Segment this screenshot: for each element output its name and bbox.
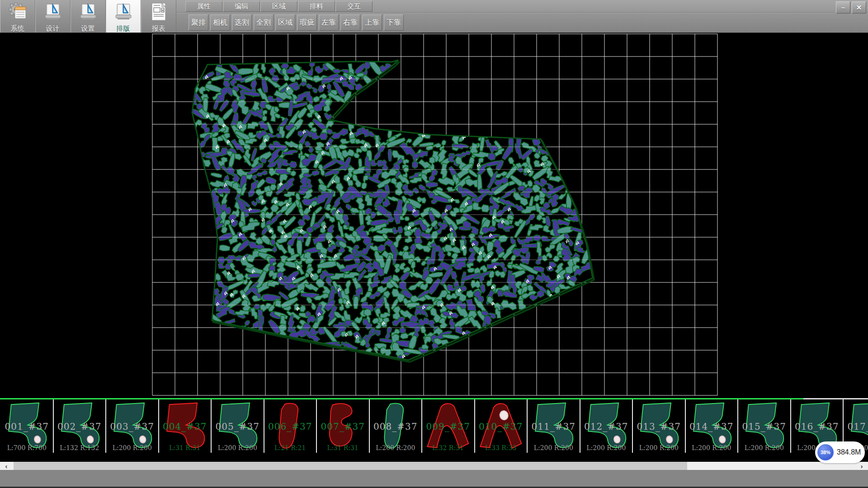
system-gear-icon xyxy=(7,1,28,24)
mode-button-设计[interactable]: 设计 xyxy=(35,0,71,33)
piece-lr-counts: L:200 R:200 xyxy=(686,444,738,451)
scroll-right-button[interactable]: › xyxy=(855,462,868,470)
piece-lr-counts: L:33 R:33 xyxy=(475,444,527,451)
mode-button-系统[interactable]: 系统 xyxy=(0,0,35,33)
thumbnail-001_#37[interactable]: 001_#37 L:700 R:700 xyxy=(1,399,54,453)
thumbnail-015_#37[interactable]: 015_#37 L:200 R:200 xyxy=(738,399,791,453)
piece-id-label: 010_#37 xyxy=(475,421,527,432)
mode-label: 设计 xyxy=(46,24,60,33)
piece-lr-counts: L:200 R:200 xyxy=(580,444,632,451)
piece-lr-counts: L:31 R:31 xyxy=(317,444,369,451)
piece-lr-counts: L:200 R:200 xyxy=(106,444,158,451)
nesting-canvas-svg xyxy=(0,33,868,398)
piece-lr-counts: L:31 R:31 xyxy=(159,444,211,451)
memory-percent-badge: 38% xyxy=(817,444,834,460)
mode-label: 排版 xyxy=(117,24,130,33)
nesting-canvas[interactable] xyxy=(0,33,868,398)
piece-id-label: 017_#37 xyxy=(844,421,868,432)
thumbnail-011_#37[interactable]: 011_#37 L:200 R:200 xyxy=(528,399,580,453)
layout-ruler-icon xyxy=(113,1,134,24)
piece-lr-counts: L:200 R:200 xyxy=(633,444,685,451)
mode-label: 报表 xyxy=(152,24,165,33)
design-ruler-icon xyxy=(42,1,63,24)
mode-button-报表[interactable]: 报表 xyxy=(141,0,176,33)
tool-button-上靠[interactable]: 上靠 xyxy=(362,14,382,31)
piece-id-label: 014_#37 xyxy=(686,421,738,432)
tool-button-row: 聚排相机选割全割区域瑕疵左靠右靠上靠下靠 xyxy=(176,13,868,33)
piece-id-label: 007_#37 xyxy=(317,421,369,432)
nesting-app-window: 系统 设计 设置 排版 xyxy=(0,0,868,488)
piece-id-label: 006_#37 xyxy=(264,421,316,432)
tool-button-左靠[interactable]: 左靠 xyxy=(319,14,339,31)
menu-tab-排料[interactable]: 排料 xyxy=(298,1,335,12)
piece-id-label: 001_#37 xyxy=(1,421,53,432)
report-doc-icon xyxy=(148,1,169,24)
thumbnail-003_#37[interactable]: 003_#37 L:200 R:200 xyxy=(106,399,159,453)
piece-id-label: 002_#37 xyxy=(54,421,106,432)
thumbnail-002_#37[interactable]: 002_#37 L:132 R:132 xyxy=(54,399,107,453)
mode-label: 系统 xyxy=(11,24,24,33)
thumbnail-cells: 001_#37 L:700 R:700 002_#37 L:132 R:132 … xyxy=(1,399,868,453)
piece-id-label: 011_#37 xyxy=(528,421,580,432)
tool-button-相机[interactable]: 相机 xyxy=(210,14,230,31)
thumbnail-013_#37[interactable]: 013_#37 L:200 R:200 xyxy=(633,399,686,453)
piece-lr-counts: L:32 R:31 xyxy=(422,444,474,451)
mode-button-排版[interactable]: 排版 xyxy=(106,0,141,33)
piece-lr-counts: L:200 R:200 xyxy=(370,444,422,451)
piece-lr-counts: L:200 R:200 xyxy=(528,444,580,451)
piece-lr-counts: L:132 R:132 xyxy=(54,444,106,451)
thumbnail-005_#37[interactable]: 005_#37 L:200 R:200 xyxy=(212,399,264,453)
piece-id-label: 009_#37 xyxy=(422,421,474,432)
thumbnail-010_#37[interactable]: 010_#37 L:33 R:33 xyxy=(475,399,528,453)
piece-lr-counts: L:200 R:200 xyxy=(738,444,790,451)
close-button[interactable]: ✕ xyxy=(852,1,866,14)
tool-button-瑕疵[interactable]: 瑕疵 xyxy=(297,14,317,31)
thumbnail-004_#37[interactable]: 004_#37 L:31 R:31 xyxy=(159,399,212,453)
memory-amount-label: 384.8M xyxy=(837,448,861,456)
tool-button-全割[interactable]: 全割 xyxy=(254,14,274,31)
status-bar xyxy=(0,470,868,488)
piece-id-label: 003_#37 xyxy=(106,421,158,432)
thumbnail-009_#37[interactable]: 009_#37 L:32 R:31 xyxy=(422,399,475,453)
scrollbar-thumb[interactable] xyxy=(14,462,687,470)
menu-tab-row: 属性编辑区域排料交互 xyxy=(176,0,868,13)
piece-lr-counts: L:200 R:200 xyxy=(212,444,264,451)
horizontal-scrollbar[interactable]: ‹ › xyxy=(0,462,868,470)
tool-button-下靠[interactable]: 下靠 xyxy=(384,14,404,31)
menu-tab-区域[interactable]: 区域 xyxy=(260,1,297,12)
piece-id-label: 008_#37 xyxy=(370,421,422,432)
tool-button-聚排[interactable]: 聚排 xyxy=(189,14,208,31)
mode-label: 设置 xyxy=(81,24,95,33)
thumbnail-007_#37[interactable]: 007_#37 L:31 R:31 xyxy=(317,399,370,453)
piece-id-label: 015_#37 xyxy=(738,421,790,432)
piece-lr-counts: L:700 R:700 xyxy=(1,444,53,451)
memory-usage-bubble: 38% 384.8M xyxy=(815,441,865,463)
mode-button-bar: 系统 设计 设置 排版 xyxy=(0,0,176,33)
settings-ruler-icon xyxy=(78,1,99,24)
piece-id-label: 013_#37 xyxy=(633,421,685,432)
piece-id-label: 012_#37 xyxy=(580,421,632,432)
top-toolbar: 系统 设计 设置 排版 xyxy=(0,0,868,33)
menu-tab-编辑[interactable]: 编辑 xyxy=(223,1,260,12)
piece-lr-counts: L:21 R:21 xyxy=(264,444,316,451)
menu-tab-交互[interactable]: 交互 xyxy=(335,1,373,12)
piece-id-label: 004_#37 xyxy=(159,421,211,432)
thumbnail-008_#37[interactable]: 008_#37 L:200 R:200 xyxy=(370,399,423,453)
thumbnail-006_#37[interactable]: 006_#37 L:21 R:21 xyxy=(264,399,317,453)
thumbnail-014_#37[interactable]: 014_#37 L:200 R:200 xyxy=(686,399,739,453)
tool-button-区域[interactable]: 区域 xyxy=(275,14,295,31)
piece-id-label: 016_#37 xyxy=(791,421,843,432)
thumbnail-012_#37[interactable]: 012_#37 L:200 R:200 xyxy=(580,399,633,453)
piece-thumbnail-strip: 001_#37 L:700 R:700 002_#37 L:132 R:132 … xyxy=(0,398,868,453)
mode-button-设置[interactable]: 设置 xyxy=(71,0,106,33)
piece-id-label: 005_#37 xyxy=(212,421,264,432)
scroll-left-button[interactable]: ‹ xyxy=(0,462,13,470)
menu-tab-属性[interactable]: 属性 xyxy=(185,1,222,12)
minimize-button[interactable]: – xyxy=(836,1,850,14)
tool-button-右靠[interactable]: 右靠 xyxy=(340,14,360,31)
tool-button-选割[interactable]: 选割 xyxy=(232,14,252,31)
